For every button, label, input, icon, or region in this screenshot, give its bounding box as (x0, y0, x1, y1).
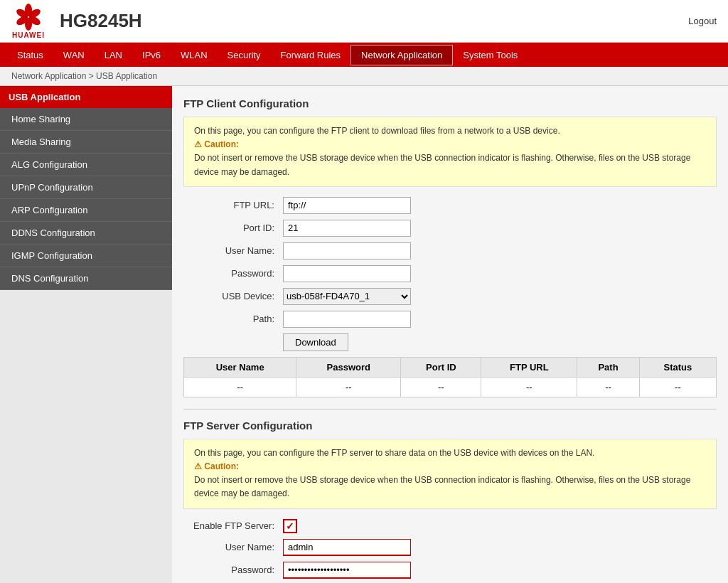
nav-wlan[interactable]: WLAN (171, 46, 218, 65)
server-username-input[interactable] (283, 539, 411, 556)
col-username: User Name (184, 357, 296, 377)
cell-ftp-url: -- (481, 377, 577, 397)
enable-ftp-checkbox[interactable]: ✓ (283, 519, 297, 533)
ftp-client-caution-text: Do not insert or remove the USB storage … (194, 153, 690, 176)
ftp-server-caution-icon: ⚠ Caution: (194, 461, 239, 471)
username-row: User Name: (183, 242, 717, 260)
ftp-server-info-text: On this page, you can configure the FTP … (194, 448, 594, 458)
layout: USB Application Home Sharing Media Shari… (0, 86, 728, 583)
sidebar-item-alg[interactable]: ALG Configuration (0, 154, 172, 176)
col-port-id: Port ID (401, 357, 481, 377)
main-content: FTP Client Configuration On this page, y… (172, 86, 728, 583)
table-row: -- -- -- -- -- -- (184, 377, 717, 397)
logo-text: HUAWEI (12, 31, 45, 39)
cell-path: -- (577, 377, 640, 397)
ftp-server-title: FTP Server Configuration (183, 419, 717, 432)
enable-ftp-label: Enable FTP Server: (183, 520, 283, 531)
usb-device-label: USB Device: (183, 291, 283, 301)
nav-system-tools[interactable]: System Tools (453, 46, 528, 65)
download-button[interactable]: Download (283, 333, 348, 351)
ftp-url-label: FTP URL: (183, 200, 283, 210)
server-password-row: Password: (183, 562, 717, 579)
ftp-server-caution-text: Do not insert or remove the USB storage … (194, 475, 690, 498)
checkbox-check-icon: ✓ (286, 520, 294, 532)
sidebar-header: USB Application (0, 86, 172, 108)
sidebar-item-ddns[interactable]: DDNS Configuration (0, 222, 172, 245)
username-label: User Name: (183, 245, 283, 256)
enable-ftp-row: Enable FTP Server: ✓ (183, 519, 717, 533)
port-id-label: Port ID: (183, 223, 283, 233)
nav-status[interactable]: Status (7, 46, 53, 65)
port-id-row: Port ID: (183, 220, 717, 237)
col-password: Password (296, 357, 401, 377)
sidebar: USB Application Home Sharing Media Shari… (0, 86, 172, 583)
password-row: Password: (183, 265, 717, 282)
logout-button[interactable]: Logout (688, 16, 717, 26)
sidebar-item-home-sharing[interactable]: Home Sharing (0, 108, 172, 131)
nav-wan[interactable]: WAN (53, 46, 95, 65)
breadcrumb: Network Application > USB Application (0, 67, 728, 86)
cell-status: -- (639, 377, 716, 397)
password-label: Password: (183, 268, 283, 279)
header: HUAWEI HG8245H Logout (0, 0, 728, 43)
ftp-client-caution-icon: ⚠ Caution: (194, 139, 239, 149)
path-input[interactable] (283, 311, 411, 328)
main-nav: Status WAN LAN IPv6 WLAN Security Forwar… (0, 43, 728, 67)
nav-network-application[interactable]: Network Application (350, 45, 453, 65)
path-label: Path: (183, 314, 283, 324)
port-id-input[interactable] (283, 220, 411, 237)
col-path: Path (577, 357, 640, 377)
huawei-logo-icon (11, 3, 46, 31)
nav-lan[interactable]: LAN (95, 46, 132, 65)
ftp-client-info-text: On this page, you can configure the FTP … (194, 126, 560, 136)
sidebar-item-media-sharing[interactable]: Media Sharing (0, 131, 172, 154)
logo-area: HUAWEI (11, 3, 46, 39)
nav-ipv6[interactable]: IPv6 (132, 46, 171, 65)
section-divider (183, 409, 717, 410)
password-input[interactable] (283, 265, 411, 282)
sidebar-item-dns[interactable]: DNS Configuration (0, 267, 172, 290)
nav-forward-rules[interactable]: Forward Rules (271, 46, 351, 65)
sidebar-item-arp[interactable]: ARP Configuration (0, 199, 172, 222)
server-username-row: User Name: (183, 539, 717, 556)
ftp-url-row: FTP URL: (183, 197, 717, 214)
server-password-input[interactable] (283, 562, 411, 579)
cell-port-id: -- (401, 377, 481, 397)
ftp-server-info-box: On this page, you can configure the FTP … (183, 439, 717, 509)
cell-password: -- (296, 377, 401, 397)
model-title: HG8245H (60, 10, 688, 32)
path-row: Path: (183, 311, 717, 328)
sidebar-item-upnp[interactable]: UPnP Configuration (0, 176, 172, 199)
sidebar-item-igmp[interactable]: IGMP Configuration (0, 245, 172, 267)
usb-device-row: USB Device: usb-058f-FD4A70_1 (183, 288, 717, 305)
nav-security[interactable]: Security (218, 46, 271, 65)
ftp-client-title: FTP Client Configuration (183, 97, 717, 109)
cell-username: -- (184, 377, 296, 397)
col-status: Status (639, 357, 716, 377)
col-ftp-url: FTP URL (481, 357, 577, 377)
server-password-label: Password: (183, 565, 283, 575)
ftp-client-info-box: On this page, you can configure the FTP … (183, 117, 717, 187)
ftp-client-table: User Name Password Port ID FTP URL Path … (183, 357, 717, 397)
username-input[interactable] (283, 242, 411, 260)
ftp-url-input[interactable] (283, 197, 411, 214)
server-username-label: User Name: (183, 542, 283, 552)
usb-device-select[interactable]: usb-058f-FD4A70_1 (283, 288, 411, 305)
download-btn-row: Download (283, 333, 717, 351)
table-header-row: User Name Password Port ID FTP URL Path … (184, 357, 717, 377)
